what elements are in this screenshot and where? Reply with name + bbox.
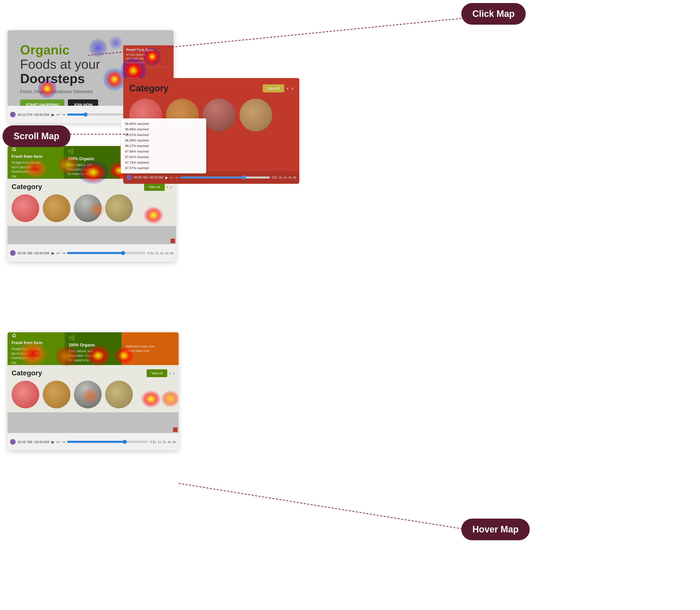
scroll-cat-apples: [12, 194, 39, 222]
hover-delivery-text: delivered to your doorwithout extra cost…: [126, 344, 174, 353]
leaf-icon: 🌿: [126, 70, 170, 76]
scroll-view-all-button[interactable]: View All: [144, 183, 165, 191]
hover-feature-row: ♻ Fresh from farm Straight from nature's…: [7, 332, 179, 365]
scroll-speed-1x[interactable]: 1x: [155, 251, 159, 255]
hover-play-icon[interactable]: ▶: [52, 439, 54, 444]
hover-feature-organic: 🌿 100% Organic Pure, natural, anduntouch…: [65, 332, 122, 365]
scroll-row-2: 96.68% reached: [121, 127, 206, 132]
scroll-row-3: 96.61% reached: [121, 132, 206, 138]
scroll-speed-controls: 0.5x 1x 2x 4x 8x: [147, 251, 173, 255]
hover-speed-4x[interactable]: 4x: [168, 440, 171, 444]
scroll-timeline-circle: [10, 250, 16, 256]
red-next-arrow[interactable]: ›: [291, 85, 293, 92]
hero-organic-text: Organic: [20, 43, 100, 57]
start-shopping-button[interactable]: START SHOPPING: [20, 99, 64, 106]
hover-view-all-button[interactable]: View All: [147, 369, 167, 377]
scroll-row-6: 97.96% reached: [121, 149, 206, 154]
red-category-title: Category: [129, 83, 168, 94]
red-speed-4x[interactable]: 4x: [288, 176, 292, 179]
heat-spot-4: [103, 68, 126, 91]
hero-foods-text: Foods at your: [20, 57, 100, 71]
hover-speed-2x[interactable]: 2x: [163, 440, 166, 444]
hover-fresh-text: Straight from nature'slap to your plate,…: [12, 347, 61, 365]
scroll-redo-icon[interactable]: ↪: [62, 251, 65, 256]
scroll-category-section: Category View All ‹ ›: [7, 179, 176, 226]
hover-speed-8x[interactable]: 8x: [172, 440, 176, 444]
hover-feature-delivery: delivered to your doorwithout extra cost…: [121, 332, 179, 365]
hover-organic-text: Pure, natural, anduntouched—food asit's …: [69, 349, 118, 363]
hover-prev-arrow[interactable]: ‹: [169, 370, 171, 376]
scroll-play-icon[interactable]: ▶: [52, 251, 54, 256]
scroll-row-9: 97.57% reached: [121, 165, 206, 171]
hover-timeline-thumb: [123, 440, 127, 444]
hover-recycle-icon: ♻: [12, 333, 61, 339]
red-view-all-button[interactable]: View All: [263, 84, 284, 92]
hover-map-label: Hover Map: [461, 519, 530, 540]
scroll-category-title: Category: [12, 183, 42, 191]
join-now-button[interactable]: JOIN NOW: [68, 99, 98, 106]
hover-leaf-icon: 🌿: [69, 335, 118, 341]
scroll-row-1: 96.80% reached: [121, 121, 206, 127]
red-play-icon[interactable]: ▶: [165, 175, 168, 179]
red-speed-1x[interactable]: 1x: [279, 176, 282, 179]
timeline-circle: [10, 112, 16, 117]
hover-speed-0.5x[interactable]: 0.5x: [150, 440, 156, 444]
hover-cat-apples: [12, 381, 39, 408]
scroll-percentage-popup: 96.80% reached 96.68% reached 96.61% rea…: [121, 118, 206, 174]
hover-feature-fresh: ♻ Fresh from farm Straight from nature's…: [7, 332, 65, 365]
corner-icon-scroll: [170, 239, 175, 243]
scroll-undo-icon[interactable]: ↩: [56, 251, 60, 256]
scroll-timeline[interactable]: 00:36.786 / 00:50:094 ▶ ↩ ↪ 0.5x 1x 2x 4…: [7, 244, 176, 262]
undo-icon[interactable]: ↩: [56, 112, 60, 117]
hover-timeline-progress: [67, 441, 126, 443]
play-icon[interactable]: ▶: [52, 112, 54, 117]
hero-section: Organic Foods at your Doorsteps Fresh, O…: [20, 43, 100, 106]
red-speed-2x[interactable]: 2x: [284, 176, 287, 179]
svg-line-2: [179, 483, 461, 529]
scroll-next-arrow[interactable]: ›: [170, 184, 172, 190]
scroll-row-8: 97.79% reached: [121, 160, 206, 165]
redo-icon[interactable]: ↪: [62, 112, 65, 117]
red-speed-0.5x[interactable]: 0.5x: [272, 176, 278, 179]
scroll-feature-fresh: ♻ Fresh from farm Straight from nature's…: [7, 146, 64, 179]
hover-redo-icon[interactable]: ↪: [62, 439, 65, 444]
scroll-fresh-text: Straight from nature'slap to your plate,…: [12, 160, 60, 178]
click-timeline-progress: [67, 114, 86, 115]
hover-undo-icon[interactable]: ↩: [56, 439, 60, 444]
scroll-prev-arrow[interactable]: ‹: [167, 184, 168, 190]
hover-timeline-track[interactable]: [67, 441, 148, 443]
scroll-organic-title: 100% Organic: [68, 157, 116, 161]
red-timeline-circle: [126, 175, 132, 180]
hover-next-arrow[interactable]: ›: [173, 370, 174, 376]
scroll-speed-4x[interactable]: 4x: [165, 251, 169, 255]
heat-spot-5: [108, 35, 123, 50]
red-timeline-track[interactable]: [180, 176, 270, 178]
red-time-display: 00:36.786 / 00:50:094: [134, 176, 163, 179]
red-undo-icon[interactable]: ↩: [170, 175, 173, 179]
hover-speed-1x[interactable]: 1x: [158, 440, 161, 444]
click-timeline-thumb: [84, 113, 87, 116]
scroll-speed-2x[interactable]: 2x: [160, 251, 164, 255]
scroll-speed-0.5x[interactable]: 0.5x: [147, 251, 154, 255]
hover-timeline[interactable]: 00:36.786 / 00:50:094 ▶ ↩ ↪ 0.5x 1x 2x 4…: [7, 433, 179, 451]
scroll-category-header: Category View All ‹ ›: [12, 183, 172, 191]
red-timeline-thumb: [242, 175, 246, 179]
hover-cat-wine: [74, 381, 102, 408]
red-speed-8x[interactable]: 8x: [293, 176, 296, 179]
scroll-timeline-thumb: [121, 251, 125, 255]
scroll-speed-8x[interactable]: 8x: [170, 251, 173, 255]
scroll-feature-organic: 🌿 100% Organic Pure, natural, anduntouch…: [64, 146, 120, 179]
hover-category-section: Category View All ‹ ›: [7, 365, 179, 412]
scroll-time-display: 00:36.786 / 00:50:094: [18, 251, 50, 255]
red-prev-arrow[interactable]: ‹: [287, 85, 289, 92]
scroll-organic-text: Pure, natural, anduntouched—food asit's …: [68, 163, 116, 176]
red-speed-controls: 0.5x 1x 2x 4x 8x: [272, 176, 296, 179]
click-time-display: 00:12.276 / 00:50:094: [18, 113, 50, 116]
scroll-cat-pastry: [43, 194, 70, 222]
hover-organic-title: 100% Organic: [69, 343, 118, 348]
red-redo-icon[interactable]: ↪: [175, 175, 178, 179]
scroll-timeline-track[interactable]: [67, 252, 146, 254]
scroll-category-items: [12, 194, 172, 222]
hero-subtitle: Fresh, Organic Goodness Delivered.: [20, 89, 100, 94]
hero-doorsteps-text: Doorsteps: [20, 71, 100, 86]
